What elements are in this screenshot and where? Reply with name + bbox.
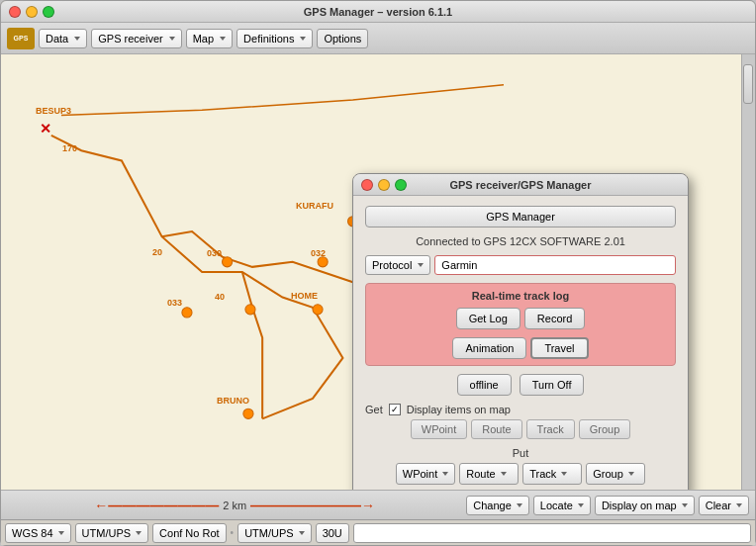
display-items-label: Display items on map	[407, 404, 511, 415]
distance-display: ←———————— 2 km ————————→	[7, 498, 462, 513]
arrow-right-icon: ————————→	[250, 498, 375, 513]
change-button[interactable]: Change	[466, 496, 529, 515]
window-controls	[9, 6, 54, 18]
track-log-section: Real-time track log Get Log Record Anima…	[365, 283, 676, 366]
get-title: Get ✓ Display items on map	[365, 404, 676, 415]
display-on-map-button[interactable]: Display on map	[595, 496, 695, 515]
datum-item[interactable]: WGS 84	[5, 523, 71, 543]
map-label-40: 40	[215, 292, 225, 302]
gps-receiver-dropdown[interactable]: GPS receiver	[91, 29, 181, 48]
map-label-20: 20	[152, 247, 162, 257]
dialog-content: GPS Manager Connected to GPS 12CX SOFTWA…	[353, 196, 688, 490]
arrow-left-icon: ←————————	[94, 498, 219, 513]
data-dropdown[interactable]: Data	[39, 29, 87, 48]
clear-button-arrow	[736, 503, 742, 507]
map-label-bruno: BRUNO	[217, 396, 249, 406]
map-label-home: HOME	[291, 291, 318, 301]
dialog-controls	[361, 179, 407, 191]
put-track-dropdown[interactable]: Track	[522, 463, 582, 485]
offline-row: offline Turn Off	[365, 374, 676, 396]
close-button[interactable]	[9, 6, 21, 18]
get-log-button[interactable]: Get Log	[456, 308, 520, 329]
options-dropdown[interactable]: Options	[317, 29, 368, 48]
map-label-033: 033	[167, 298, 182, 308]
turn-off-button[interactable]: Turn Off	[520, 374, 585, 396]
track-log-buttons: Get Log Record Animation Travel	[372, 308, 669, 359]
gps-receiver-dropdown-arrow	[169, 37, 175, 41]
put-buttons: WPoint Route Track	[365, 463, 676, 485]
scrollbar[interactable]	[741, 54, 755, 490]
get-buttons: WPoint Route Track Group	[365, 419, 676, 439]
put-route-dropdown[interactable]: Route	[459, 463, 519, 485]
get-track-button[interactable]: Track	[526, 419, 575, 439]
protocol-dropdown[interactable]: Protocol	[365, 255, 430, 275]
track-log-title: Real-time track log	[372, 290, 669, 302]
zone-item: 30U	[316, 523, 349, 543]
title-bar: GPS Manager – version 6.1.1	[1, 1, 755, 23]
animation-button[interactable]: Animation	[452, 337, 526, 359]
logo: GPS	[7, 28, 35, 49]
dialog-window: GPS receiver/GPS Manager GPS Manager Con…	[352, 173, 689, 490]
animation-travel-row: Animation Travel	[372, 337, 669, 359]
travel-button[interactable]: Travel	[530, 337, 588, 359]
dialog-title: GPS receiver/GPS Manager	[449, 179, 591, 191]
svg-point-6	[313, 305, 323, 315]
dialog-close-button[interactable]	[361, 179, 373, 191]
map-label-kurafu: KURAFU	[296, 201, 333, 211]
grid-arrow	[299, 531, 305, 535]
coord-display	[353, 523, 751, 543]
map-dropdown[interactable]: Map	[186, 29, 233, 48]
dialog-maximize-button[interactable]	[395, 179, 407, 191]
datum-arrow	[58, 531, 64, 535]
distance-text: 2 km	[223, 500, 246, 511]
minimize-button[interactable]	[26, 6, 38, 18]
put-group-arrow	[628, 472, 634, 476]
put-track-arrow	[561, 472, 567, 476]
coord-system-arrow	[136, 531, 142, 535]
record-button[interactable]: Record	[524, 308, 585, 329]
locate-button-arrow	[578, 503, 584, 507]
status-separator: •	[231, 527, 235, 538]
connected-text: Connected to GPS 12CX SOFTWARE 2.01	[365, 235, 676, 247]
maximize-button[interactable]	[43, 6, 54, 18]
map-label-besup3: BESUP3	[36, 106, 71, 116]
conf-item[interactable]: Conf No Rot	[152, 523, 227, 543]
clear-button[interactable]: Clear	[699, 496, 749, 515]
definitions-dropdown[interactable]: Definitions	[236, 29, 313, 48]
data-dropdown-arrow	[74, 37, 80, 41]
get-label: Get	[365, 404, 383, 415]
definitions-dropdown-arrow	[300, 37, 306, 41]
svg-point-5	[245, 305, 255, 315]
put-route-arrow	[501, 472, 507, 476]
put-section: Put WPoint Route Track	[365, 447, 676, 485]
protocol-row: Protocol Garmin	[365, 255, 676, 275]
dialog-minimize-button[interactable]	[378, 179, 390, 191]
change-button-arrow	[517, 503, 522, 507]
put-group-dropdown[interactable]: Group	[586, 463, 645, 485]
get-group-button[interactable]: Group	[579, 419, 631, 439]
put-title: Put	[365, 447, 676, 459]
gps-manager-button[interactable]: GPS Manager	[365, 206, 676, 228]
coord-system-item[interactable]: UTM/UPS	[75, 523, 149, 543]
map-label-032: 032	[311, 248, 326, 258]
get-route-button[interactable]: Route	[471, 419, 521, 439]
bottom-bar: ←———————— 2 km ————————→ Change Locate D…	[1, 490, 755, 519]
toolbar: GPS Data GPS receiver Map Definitions Op…	[1, 23, 755, 54]
map-canvas[interactable]: ✕ BESUP3 170 20 KURAFU 030 032 033 40 HO…	[1, 54, 755, 490]
locate-button[interactable]: Locate	[533, 496, 591, 515]
content-area: ✕ BESUP3 170 20 KURAFU 030 032 033 40 HO…	[1, 54, 755, 490]
get-wpoint-button[interactable]: WPoint	[411, 419, 467, 439]
offline-button[interactable]: offline	[457, 374, 512, 396]
garmin-field: Garmin	[434, 255, 676, 275]
put-wpoint-dropdown[interactable]: WPoint	[396, 463, 455, 485]
status-bar: WGS 84 UTM/UPS Conf No Rot • UTM/UPS 30U	[1, 519, 755, 545]
grid-item[interactable]: UTM/UPS	[237, 523, 312, 543]
get-section: Get ✓ Display items on map WPoint Route	[365, 404, 676, 439]
scroll-thumb[interactable]	[743, 64, 753, 104]
window-title: GPS Manager – version 6.1.1	[304, 6, 452, 18]
map-label-170: 170	[62, 143, 77, 153]
put-wpoint-arrow	[442, 472, 448, 476]
svg-point-2	[223, 257, 233, 267]
display-items-checkbox[interactable]: ✓	[389, 404, 401, 415]
map-label-030: 030	[207, 248, 222, 258]
